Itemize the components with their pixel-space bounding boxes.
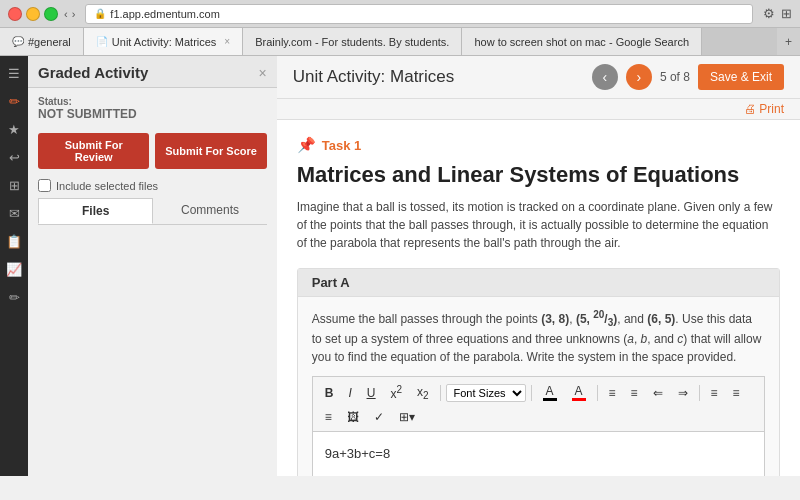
font-size-select[interactable]: Font Sizes: [446, 384, 526, 402]
content-body: 📌 Task 1 Matrices and Linear Systems of …: [277, 120, 800, 476]
sidebar-chart-icon[interactable]: 📈: [3, 258, 25, 280]
sidebar-edit-icon[interactable]: ✏: [3, 90, 25, 112]
highlight-btn[interactable]: A: [566, 381, 592, 404]
page-sep: of: [670, 70, 683, 84]
part-a-header: Part A: [298, 269, 779, 297]
status-value: NOT SUBMITTED: [38, 107, 267, 121]
table-btn[interactable]: ⊞▾: [393, 407, 421, 427]
sidebar-header: Graded Activity ×: [28, 56, 277, 88]
main-title: Matrices and Linear Systems of Equations: [297, 162, 780, 188]
url-text: f1.app.edmentum.com: [110, 8, 219, 20]
tab-brainly-label: Brainly.com - For students. By students.: [255, 36, 449, 48]
print-btn[interactable]: 🖨 Print: [744, 102, 784, 116]
nav-forward-btn[interactable]: ›: [72, 8, 76, 20]
sidebar-tabs: Files Comments: [38, 198, 267, 225]
submit-review-btn[interactable]: Submit For Review: [38, 133, 149, 169]
tab-screenshot-label: how to screen shot on mac - Google Searc…: [474, 36, 689, 48]
next-page-btn[interactable]: ›: [626, 64, 652, 90]
page-total: 8: [683, 70, 690, 84]
ol-btn[interactable]: ≡: [625, 383, 644, 403]
sidebar-menu-icon[interactable]: ☰: [3, 62, 25, 84]
indent-btn[interactable]: ⇒: [672, 383, 694, 403]
address-bar[interactable]: 🔒 f1.app.edmentum.com: [85, 4, 753, 24]
tab-brainly[interactable]: Brainly.com - For students. By students.: [243, 28, 462, 55]
tab-unit-label: Unit Activity: Matrices: [112, 36, 217, 48]
bold-btn[interactable]: B: [319, 383, 340, 403]
new-tab-btn[interactable]: +: [785, 35, 792, 49]
print-icon: 🖨: [744, 102, 756, 116]
minimize-window-btn[interactable]: [26, 7, 40, 21]
image-btn[interactable]: 🖼: [341, 407, 365, 427]
content-intro: Imagine that a ball is tossed, its motio…: [297, 198, 780, 252]
part-a-section: Part A Assume the ball passes through th…: [297, 268, 780, 476]
save-exit-btn[interactable]: Save & Exit: [698, 64, 784, 90]
sidebar-star-icon[interactable]: ★: [3, 118, 25, 140]
content-header: Unit Activity: Matrices ‹ › 5 of 8 Save …: [277, 56, 800, 99]
sidebar-icon-strip: ☰ ✏ ★ ↩ ⊞ ✉ 📋 📈 ✏: [0, 56, 28, 476]
sidebar-status: Status: NOT SUBMITTED: [28, 88, 277, 129]
highlight-color-bar: [572, 398, 586, 401]
tab-close-btn[interactable]: ×: [224, 36, 230, 47]
subscript-btn[interactable]: x2: [411, 382, 435, 404]
toolbar-sep-3: [597, 385, 598, 401]
editor-line-1: 9a+3b+c=8: [325, 442, 752, 465]
sidebar-title: Graded Activity: [38, 64, 148, 81]
align-left-btn[interactable]: ≡: [705, 383, 724, 403]
font-color-btn[interactable]: A: [537, 381, 563, 404]
align-center-btn[interactable]: ≡: [727, 383, 746, 403]
submit-score-btn[interactable]: Submit For Score: [155, 133, 266, 169]
sidebar-tab-comments[interactable]: Comments: [153, 198, 266, 224]
tab-unit-activity[interactable]: 📄 Unit Activity: Matrices ×: [84, 28, 243, 55]
sidebar-close-btn[interactable]: ×: [259, 65, 267, 81]
sidebar-clip-icon[interactable]: 📋: [3, 230, 25, 252]
part-a-body: Assume the ball passes through the point…: [298, 297, 779, 476]
browser-chrome: ‹ › 🔒 f1.app.edmentum.com ⚙ ⊞: [0, 0, 800, 28]
tab-general[interactable]: 💬 #general: [0, 28, 84, 55]
content-header-title: Unit Activity: Matrices: [293, 67, 455, 87]
sidebar-content: Graded Activity × Status: NOT SUBMITTED …: [28, 56, 277, 476]
toolbar-sep-2: [531, 385, 532, 401]
tab-unit-icon: 📄: [96, 36, 108, 47]
underline-btn[interactable]: U: [361, 383, 382, 403]
browser-tab-bar: 💬 #general 📄 Unit Activity: Matrices × B…: [0, 28, 800, 56]
task-icon: 📌: [297, 136, 316, 154]
include-files-label: Include selected files: [56, 180, 158, 192]
tab-general-label: #general: [28, 36, 71, 48]
outdent-btn[interactable]: ⇐: [647, 383, 669, 403]
browser-action-2[interactable]: ⊞: [781, 6, 792, 21]
tab-screenshot[interactable]: how to screen shot on mac - Google Searc…: [462, 28, 702, 55]
toolbar-sep-1: [440, 385, 441, 401]
part-a-editor[interactable]: 9a+3b+c=8 25a+5b+c=20/3 36a+6b+c=5: [312, 431, 765, 476]
window-controls[interactable]: [8, 7, 58, 21]
ul-btn[interactable]: ≡: [603, 383, 622, 403]
main-content: Unit Activity: Matrices ‹ › 5 of 8 Save …: [277, 56, 800, 476]
check-btn[interactable]: ✓: [368, 407, 390, 427]
toolbar-sep-4: [699, 385, 700, 401]
italic-btn[interactable]: I: [342, 383, 357, 403]
part-a-desc: Assume the ball passes through the point…: [312, 307, 765, 366]
submit-buttons: Submit For Review Submit For Score: [28, 129, 277, 173]
task-badge: 📌 Task 1: [297, 136, 362, 154]
font-color-bar: [543, 398, 557, 401]
main-layout: ☰ ✏ ★ ↩ ⊞ ✉ 📋 📈 ✏ Graded Activity × Stat…: [0, 56, 800, 476]
prev-page-btn[interactable]: ‹: [592, 64, 618, 90]
browser-action-1[interactable]: ⚙: [763, 6, 775, 21]
sidebar-tab-files[interactable]: Files: [38, 198, 153, 224]
status-label: Status:: [38, 96, 267, 107]
include-files-checkbox[interactable]: [38, 179, 51, 192]
sidebar-mail-icon[interactable]: ✉: [3, 202, 25, 224]
task-label: Task 1: [322, 138, 362, 153]
maximize-window-btn[interactable]: [44, 7, 58, 21]
close-window-btn[interactable]: [8, 7, 22, 21]
nav-controls: ‹ › 5 of 8 Save & Exit: [592, 64, 784, 90]
include-files-row: Include selected files: [28, 173, 277, 198]
sidebar-undo-icon[interactable]: ↩: [3, 146, 25, 168]
page-current: 5: [660, 70, 667, 84]
sidebar-pencil-icon[interactable]: ✏: [3, 286, 25, 308]
superscript-btn[interactable]: x2: [384, 381, 408, 404]
nav-back-btn[interactable]: ‹: [64, 8, 68, 20]
tab-general-icon: 💬: [12, 36, 24, 47]
print-label: Print: [759, 102, 784, 116]
sidebar-grid-icon[interactable]: ⊞: [3, 174, 25, 196]
align-right-btn[interactable]: ≡: [319, 407, 338, 427]
